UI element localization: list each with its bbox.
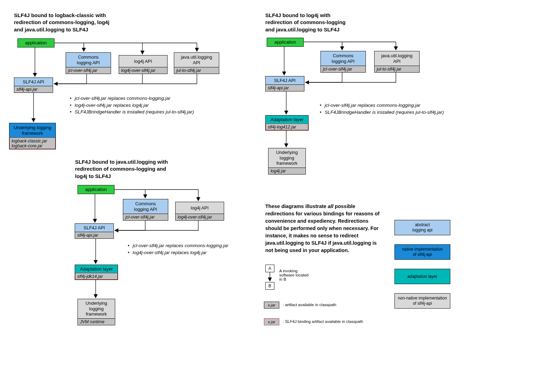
jar-label: jcl-over-slf4j.jar xyxy=(123,214,168,220)
legend-adaptation: adaptation layer xyxy=(394,269,450,284)
box-label: Underlying logging framework xyxy=(268,148,305,168)
legend-jar-plain-text: : artifact available in classpath xyxy=(283,303,336,307)
panel-log4j-slf4j: SLF4J API slf4j-api.jar xyxy=(265,76,304,91)
box-label: Commons logging API xyxy=(66,53,111,67)
panel-log4j-application: application xyxy=(267,38,304,47)
panel-log4j-title: SLF4J bound to log4j with redirection of… xyxy=(265,12,346,33)
panel-jul-notes: •jcl-over-slf4j.jar replaces commons-log… xyxy=(128,242,228,256)
panel-jul-adaptation: Adaptation layer slf4j-jdk14.jar xyxy=(75,265,118,280)
box-label: SLF4J API xyxy=(75,224,113,232)
box-label: SLF4J API xyxy=(14,78,53,86)
jar-label: logback-classic.jar logback-core.jar xyxy=(9,138,56,149)
note: log4j-over-slf4j.jar replaces log4j.jar xyxy=(133,250,207,255)
panel-log4j-commons: Commons logging API jcl-over-slf4j.jar xyxy=(320,51,366,73)
note: jcl-over-slf4j.jar replaces commons-logg… xyxy=(75,96,170,101)
panel-log4j-jul: java.util.logging API jul-to-slf4j.jar xyxy=(374,51,420,73)
jar-label: log4j.jar xyxy=(268,168,305,174)
jar-label: slf4j-jdk14.jar xyxy=(75,273,118,280)
box-label: log4j API xyxy=(176,202,224,214)
summary-paragraph: These diagrams illustrate all possible r… xyxy=(265,195,381,254)
jar-label: slf4j-api.jar xyxy=(266,84,304,91)
panel-logback-slf4j: SLF4J API slf4j-api.jar xyxy=(14,77,53,93)
panel-jul-underlying: Underlying logging framework JVM runtime xyxy=(77,299,115,325)
note: SLF4JBrindgeHandler is installed (requir… xyxy=(75,109,194,114)
box-label: java.util.logging API xyxy=(375,51,419,66)
note: log4j-over-slf4j.jar replaces log4j.jar xyxy=(75,103,149,108)
panel-jul-application: application xyxy=(77,185,115,194)
panel-logback-notes: •jcl-over-slf4j.jar replaces commons-log… xyxy=(70,95,194,116)
panel-log4j-underlying: Underlying logging framework log4j.jar xyxy=(268,148,306,175)
note: SLF4JBrindgeHandler is installed (requir… xyxy=(325,110,444,115)
legend-ab-b: B xyxy=(265,282,274,290)
panel-logback-title: SLF4J bound to logback-classic with redi… xyxy=(14,12,109,33)
note: jcl-over-slf4j.jar replaces commons-logg… xyxy=(133,243,228,248)
box-label: Adaptation layer xyxy=(266,116,308,124)
panel-logback-commons: Commons logging API jcl-over-slf4j.jar xyxy=(66,52,111,74)
legend-ab-a: A xyxy=(265,265,274,272)
panel-jul-title: SLF4J bound to java.util.logging with re… xyxy=(75,158,168,180)
note: jcl-over-slf4j.jar replaces commons-logg… xyxy=(325,103,420,108)
panel-log4j-notes: •jcl-over-slf4j.jar replaces commons-log… xyxy=(320,102,444,116)
legend-jar-plain: x.jar xyxy=(264,302,279,309)
legend-native: native implementation of slf4j-api xyxy=(394,244,450,260)
panel-logback-application: application xyxy=(17,38,54,47)
panel-logback-jul: java.util.logging API jul-to-slf4j.jar xyxy=(174,52,219,74)
panel-jul-commons: Commons logging API jcl-over-slf4j.jar xyxy=(123,199,168,221)
jar-label: slf4j-log412.jar xyxy=(266,124,308,130)
panel-jul-log4j: log4j API log4j-over-slf4j.jar xyxy=(175,202,224,221)
legend-jar-red-text: : SLF4J binding artifact available in cl… xyxy=(283,319,363,324)
box-label: application xyxy=(18,39,54,47)
box-label: SLF4J API xyxy=(266,76,304,84)
box-label: Commons logging API xyxy=(123,199,168,214)
legend-abstract: abstract logging api xyxy=(394,220,450,235)
jar-label: JVM runtime xyxy=(78,318,115,325)
jar-label: log4j-over-slf4j.jar xyxy=(176,214,224,220)
box-label: java.util.logging API xyxy=(174,53,219,67)
panel-jul-slf4j: SLF4J API slf4j-api.jar xyxy=(75,223,114,239)
jar-label: jul-to-slf4j.jar xyxy=(375,66,419,72)
box-label: Underlying logging framework xyxy=(78,299,115,318)
panel-logback-log4j: log4j API log4j-over-slf4j.jar xyxy=(119,55,168,74)
legend-ab-text: A invoking software located in B xyxy=(279,269,309,281)
box-label: application xyxy=(267,38,303,46)
box-label: application xyxy=(78,185,114,194)
box-label: Commons logging API xyxy=(321,51,365,66)
legend-nonnative: non-native implementation of slf4j-api xyxy=(394,293,450,309)
box-label: log4j API xyxy=(119,56,167,67)
jar-label: jul-to-slf4j.jar xyxy=(174,67,219,74)
jar-label: slf4j-api.jar xyxy=(14,86,53,93)
panel-log4j-adaptation: Adaptation layer slf4j-log412.jar xyxy=(265,115,309,131)
legend-jar-red: x.jar xyxy=(264,318,279,325)
panel-logback-underlying: Underlying logging framework logback-cla… xyxy=(9,123,56,149)
jar-label: log4j-over-slf4j.jar xyxy=(119,67,167,74)
jar-label: jcl-over-slf4j.jar xyxy=(66,67,111,74)
box-label: Adaptation layer xyxy=(75,265,118,273)
jar-label: slf4j-api.jar xyxy=(75,232,113,238)
box-label: Underlying logging framework xyxy=(9,123,56,138)
jar-label: jcl-over-slf4j.jar xyxy=(321,66,365,72)
